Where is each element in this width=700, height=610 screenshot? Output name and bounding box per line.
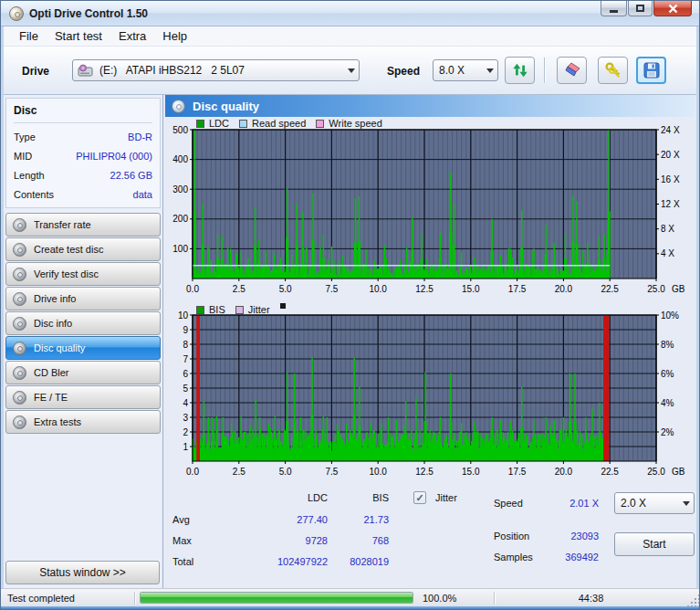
disc-length-value: 22.56 GB bbox=[110, 170, 152, 181]
minimize-button[interactable] bbox=[601, 1, 627, 16]
progress-zone bbox=[136, 589, 419, 606]
disc-icon bbox=[13, 218, 26, 232]
legend-label-ldc: LDC bbox=[209, 118, 229, 129]
legend-swatch-ldc bbox=[196, 120, 204, 128]
sidebar-item-label: Create test disc bbox=[34, 244, 103, 255]
max-bis-value: 768 bbox=[334, 535, 389, 546]
svg-text:0.0: 0.0 bbox=[186, 467, 199, 477]
sidebar-item-label: Drive info bbox=[34, 293, 76, 304]
svg-text:1: 1 bbox=[183, 442, 188, 452]
sidebar-item-label: Disc quality bbox=[34, 342, 85, 353]
sidebar: Disc Type BD-R MID PHILIPR04 (000) Lengt… bbox=[4, 95, 163, 588]
start-button[interactable]: Start bbox=[614, 532, 695, 556]
legend-label-jitter: Jitter bbox=[248, 304, 270, 315]
sidebar-item-fe-te[interactable]: FE / TE bbox=[5, 385, 161, 409]
page-title: Disc quality bbox=[193, 100, 259, 113]
sidebar-item-create-test-disc[interactable]: Create test disc bbox=[5, 237, 161, 261]
svg-text:8 X: 8 X bbox=[661, 224, 674, 234]
save-button[interactable] bbox=[636, 57, 666, 84]
progress-bar bbox=[140, 592, 413, 604]
test-speed-select[interactable]: 2.0 X bbox=[614, 492, 695, 514]
refresh-button[interactable] bbox=[505, 57, 535, 84]
disc-icon bbox=[13, 366, 26, 380]
drive-select[interactable]: (E:) ATAPI iHBS212 2 5L07 bbox=[72, 59, 360, 81]
sidebar-item-transfer-rate[interactable]: Transfer rate bbox=[5, 213, 161, 237]
erase-disc-button[interactable] bbox=[557, 57, 587, 84]
svg-text:5.0: 5.0 bbox=[279, 467, 292, 477]
disc-contents-row: Contents data bbox=[14, 189, 152, 200]
disc-panel-title: Disc bbox=[14, 104, 152, 123]
sidebar-item-disc-quality[interactable]: Disc quality bbox=[5, 336, 161, 360]
sidebar-item-label: Extra tests bbox=[34, 416, 81, 427]
svg-text:10%: 10% bbox=[661, 310, 679, 321]
sidebar-item-disc-info[interactable]: Disc info bbox=[5, 311, 161, 335]
sidebar-item-verify-test-disc[interactable]: Verify test disc bbox=[5, 262, 161, 286]
sidebar-item-cd-bler[interactable]: CD Bler bbox=[5, 361, 161, 384]
close-button[interactable] bbox=[653, 1, 692, 16]
menu-extra[interactable]: Extra bbox=[110, 27, 154, 45]
svg-text:10.0: 10.0 bbox=[369, 284, 387, 294]
speed-stat-value: 2.01 X bbox=[544, 498, 599, 509]
speed-select[interactable]: 8.0 X bbox=[433, 59, 498, 81]
svg-text:500: 500 bbox=[172, 125, 188, 135]
svg-text:7: 7 bbox=[183, 354, 188, 364]
refresh-icon bbox=[512, 62, 528, 79]
speed-label: Speed bbox=[387, 65, 420, 78]
svg-text:22.5: 22.5 bbox=[601, 467, 619, 477]
chevron-down-icon bbox=[486, 68, 494, 73]
disc-quality-icon bbox=[172, 100, 185, 113]
jitter-checkbox[interactable]: ✓ bbox=[413, 491, 426, 504]
menu-bar: File Start test Extra Help bbox=[4, 26, 696, 47]
keys-icon bbox=[604, 61, 622, 79]
sidebar-item-drive-info[interactable]: Drive info bbox=[5, 287, 161, 310]
toolbar-separator bbox=[544, 58, 546, 83]
svg-text:25.0: 25.0 bbox=[647, 284, 665, 294]
close-icon bbox=[668, 4, 678, 14]
svg-text:6%: 6% bbox=[661, 369, 674, 379]
disc-contents-value: data bbox=[133, 189, 152, 200]
legend-swatch-jitter bbox=[235, 306, 244, 314]
disc-type-value: BD-R bbox=[128, 131, 152, 142]
disc-mid-row: MID PHILIPR04 (000) bbox=[14, 151, 152, 162]
total-ldc-value: 102497922 bbox=[264, 556, 328, 567]
svg-text:12 X: 12 X bbox=[661, 199, 680, 209]
window-title: Opti Drive Control 1.50 bbox=[29, 7, 148, 20]
app-icon bbox=[9, 6, 24, 21]
svg-text:8%: 8% bbox=[661, 340, 674, 350]
ldc-chart-legend: LDC Read speed Write speed bbox=[196, 118, 388, 129]
menu-help[interactable]: Help bbox=[154, 27, 195, 45]
menu-file[interactable]: File bbox=[11, 27, 47, 45]
disc-icon bbox=[13, 268, 26, 281]
sidebar-item-label: FE / TE bbox=[34, 392, 68, 403]
position-label: Position bbox=[494, 531, 529, 542]
svg-text:0.0: 0.0 bbox=[186, 284, 199, 294]
sidebar-item-extra-tests[interactable]: Extra tests bbox=[5, 410, 161, 434]
svg-text:10: 10 bbox=[178, 310, 189, 321]
jitter-checkbox-label: Jitter bbox=[435, 492, 457, 503]
max-label: Max bbox=[172, 535, 192, 546]
svg-text:300: 300 bbox=[172, 184, 188, 195]
svg-text:15.0: 15.0 bbox=[462, 467, 480, 477]
status-window-button[interactable]: Status window >> bbox=[5, 561, 160, 584]
resize-grip[interactable] bbox=[686, 594, 699, 606]
position-value: 23093 bbox=[544, 531, 599, 542]
drive-label: Drive bbox=[22, 65, 49, 78]
disc-icon bbox=[13, 243, 26, 257]
disc-info-panel: Disc Type BD-R MID PHILIPR04 (000) Lengt… bbox=[5, 98, 161, 208]
elapsed-time: 44:38 bbox=[496, 589, 686, 606]
disc-mid-value: PHILIPR04 (000) bbox=[76, 151, 152, 162]
title-bar[interactable]: Opti Drive Control 1.50 bbox=[1, 1, 699, 26]
svg-text:10.0: 10.0 bbox=[369, 467, 387, 477]
progress-fill bbox=[141, 593, 413, 603]
avg-bis-value: 21.73 bbox=[334, 514, 389, 525]
results-panel: LDC BIS Avg 277.40 21.73 Max 9728 768 To… bbox=[165, 485, 695, 588]
svg-text:15.0: 15.0 bbox=[462, 284, 480, 294]
svg-text:12.5: 12.5 bbox=[415, 467, 434, 477]
svg-text:4: 4 bbox=[183, 398, 188, 408]
menu-start-test[interactable]: Start test bbox=[47, 27, 110, 45]
svg-text:17.5: 17.5 bbox=[508, 467, 527, 477]
license-keys-button[interactable] bbox=[598, 57, 628, 84]
svg-text:8: 8 bbox=[183, 340, 188, 350]
maximize-button[interactable] bbox=[628, 1, 653, 16]
svg-text:GB: GB bbox=[672, 467, 685, 477]
